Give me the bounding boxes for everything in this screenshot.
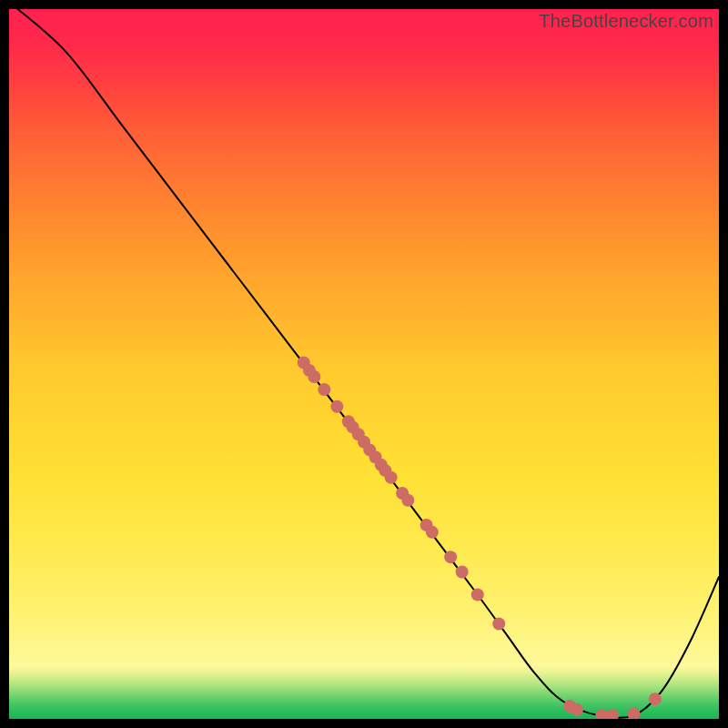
- curve-svg: [9, 9, 719, 719]
- data-point: [627, 708, 640, 719]
- watermark-text: TheBottlenecker.com: [539, 11, 713, 32]
- data-point: [426, 526, 439, 539]
- bottleneck-curve-path: [9, 9, 719, 718]
- data-point: [492, 617, 505, 630]
- data-point: [318, 383, 330, 396]
- chart-stage: TheBottlenecker.com: [0, 0, 728, 728]
- data-point: [308, 370, 320, 383]
- data-point: [606, 709, 619, 719]
- scatter-points-group: [298, 356, 662, 719]
- data-point: [456, 566, 469, 579]
- data-point: [571, 703, 583, 716]
- data-point: [385, 471, 398, 484]
- data-point: [401, 494, 414, 507]
- data-point: [471, 589, 484, 602]
- data-point: [330, 400, 343, 413]
- data-point: [649, 693, 662, 705]
- plot-area: [9, 9, 719, 719]
- data-point: [444, 551, 457, 563]
